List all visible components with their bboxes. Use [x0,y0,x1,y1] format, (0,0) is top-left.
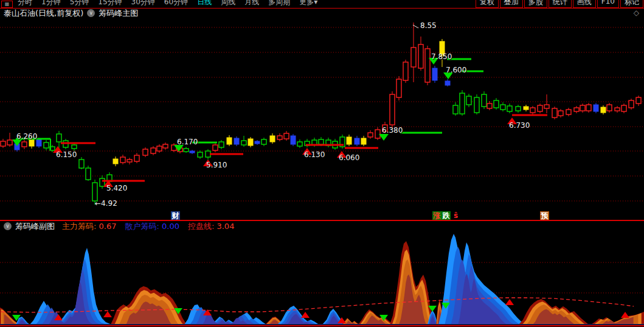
price-level-label: 6.130 [304,151,325,158]
price-annotation-label: 8.55 [420,22,437,29]
chevron-down-icon[interactable]: ∨ [87,9,95,17]
indicator-field: 主力筹码: 0.67 [62,222,116,231]
main-indicator-name[interactable]: 筹码峰主图 [99,8,138,19]
indicator-field-label: 控盘线: [188,222,217,231]
event-tag-跌[interactable]: 跌 [441,211,451,220]
indicator-field-label: 主力筹码: [62,222,99,231]
period-tab-60分钟[interactable]: 60分钟 [164,0,188,7]
toolbar-button-画线[interactable]: 画线 [573,0,596,8]
window-grid-icon[interactable]: ▦ [1,1,13,8]
event-tag-财[interactable]: 财 [171,211,180,220]
indicator-values: 主力筹码: 0.67散户筹码: 0.00控盘线: 3.04 [62,221,243,232]
period-tab-5分钟[interactable]: 5分钟 [70,0,89,7]
sub-buy-triangle [621,312,629,318]
toolbar-button-统计[interactable]: 统计 [549,0,572,8]
period-tab-周线[interactable]: 周线 [221,0,235,7]
period-tab-多周期[interactable]: 多周期 [268,0,290,7]
sub-baseline [0,325,644,326]
event-tag-ŝ[interactable]: ŝ [451,211,460,220]
indicator-field: 控盘线: 3.04 [188,222,234,231]
price-annotation-label: ←4.92 [95,200,117,207]
trading-app-window: ▦ 分时1分钟5分钟15分钟30分钟60分钟日线周线月线多周期更多▾ 复权叠加多… [0,0,644,327]
indicator-field-label: 散户筹码: [125,222,162,231]
toolbar-buttons: 复权叠加多股统计画线F10标记 [475,0,644,8]
symbol-title: 泰山石油(日线,前复权) [4,8,83,19]
indicator-field-value: 3.04 [216,222,234,231]
price-level-label: 5.910 [206,161,227,169]
price-level-label: 6.170 [177,138,198,146]
price-level-label: 6.730 [509,122,530,129]
main-gridlines [0,27,644,201]
price-level-label: 6.150 [56,151,77,158]
sub-buy-triangle [505,299,514,305]
sub-buy-triangle [103,311,112,317]
collapse-chevron-icon[interactable]: ∨ [4,222,12,230]
toolbar-button-叠加[interactable]: 叠加 [500,0,523,8]
sub-buy-triangle [301,312,310,318]
period-tab-30分钟[interactable]: 30分钟 [131,0,155,7]
toolbar-button-标记[interactable]: 标记 [620,0,643,8]
indicator-field-value: 0.67 [99,222,117,231]
sub-panel-header: ∨ 筹码峰副图 主力筹码: 0.67散户筹码: 0.00控盘线: 3.04 [4,221,243,231]
chip-peak-mountains [0,234,644,325]
sub-indicator-name[interactable]: 筹码峰副图 [15,221,55,232]
price-level-label: 5.420 [106,185,127,192]
period-tab-1分钟[interactable]: 1分钟 [41,0,61,7]
event-tag-涨[interactable]: 涨 [432,211,441,220]
toolbar-button-多股[interactable]: 多股 [524,0,547,8]
sub-gridlines [0,262,644,293]
price-level-label: 7.850 [431,53,452,60]
indicator-field-value: 0.00 [162,222,179,231]
toolbar-button-复权[interactable]: 复权 [476,0,499,8]
toolbar-button-F10[interactable]: F10 [597,0,619,8]
chart-title-bar: 泰山石油(日线,前复权) ∨ 筹码峰主图 [4,8,138,18]
period-tab-日线[interactable]: 日线 [197,0,212,7]
candlesticks [1,23,641,205]
price-level-label: 6.060 [339,154,359,161]
event-tag-预[interactable]: 预 [540,211,549,220]
period-tab-更多▾[interactable]: 更多▾ [299,0,317,7]
period-tab-15分钟[interactable]: 15分钟 [98,0,122,7]
price-level-label: 7.600 [446,66,466,74]
indicator-field: 散户筹码: 0.00 [125,222,179,231]
period-tab-月线[interactable]: 月线 [244,0,259,7]
chart-canvas[interactable] [0,0,644,327]
price-level-label: 6.260 [16,133,37,140]
price-level-label: 6.380 [382,127,403,134]
period-tab-分时[interactable]: 分时 [18,0,32,7]
signal-levels [12,25,547,187]
sub-baseline-dark [0,324,644,325]
corner-diamond-icon[interactable]: ◇ [634,9,639,17]
